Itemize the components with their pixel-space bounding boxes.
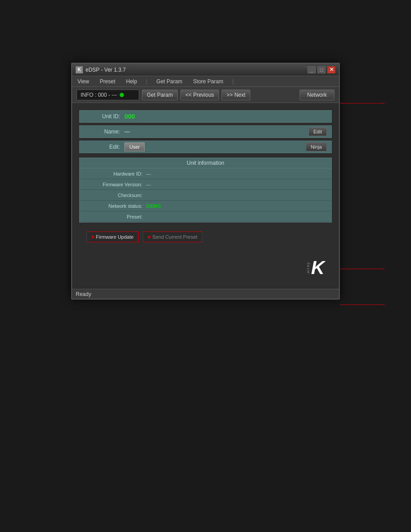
unit-info-box: Unit information Hardware ID: --- Firmwa…: [79, 158, 332, 223]
info-box: INFO : 000 - ---: [77, 90, 139, 100]
name-row: Name: --- Edit: [79, 125, 332, 138]
maximize-button[interactable]: □: [317, 66, 325, 73]
menu-store-param[interactable]: Store Param: [191, 77, 225, 86]
unit-id-value: 000: [124, 113, 327, 120]
app-icon: K: [76, 66, 83, 73]
network-button[interactable]: Network: [300, 90, 334, 100]
edit-label: Edit:: [84, 144, 120, 150]
window-title: eDSP - Ver 1.3.7: [86, 67, 126, 73]
name-label: Name:: [84, 129, 120, 135]
bottom-area: Firmware Update Send Current Preset: [79, 223, 332, 249]
preset-label: Preset:: [84, 214, 142, 219]
logo-area: array K: [79, 249, 332, 282]
get-param-button[interactable]: Get Param: [142, 90, 178, 100]
status-text: Ready: [76, 291, 91, 297]
close-button[interactable]: ✕: [327, 66, 335, 73]
firmware-update-button[interactable]: Firmware Update: [86, 232, 138, 242]
window-controls: _ □ ✕: [308, 66, 335, 73]
status-led: [120, 93, 124, 97]
menu-sep-1: |: [146, 78, 147, 85]
menu-bar: View Preset Help | Get Param Store Param…: [72, 76, 339, 87]
brand-logo: array K: [306, 258, 325, 277]
status-bar: Ready: [72, 289, 339, 299]
network-status-value: DEMO: [146, 203, 327, 209]
title-bar-left: K eDSP - Ver 1.3.7: [76, 66, 126, 73]
edit-row: Edit: User Ninja: [79, 141, 332, 153]
previous-button[interactable]: << Previous: [180, 90, 219, 100]
checksum-label: Checksum:: [84, 193, 142, 198]
name-value: ---: [124, 129, 308, 135]
hardware-id-row: Hardware ID: ---: [80, 168, 331, 179]
annotation-line-2: [340, 269, 385, 269]
send-preset-button[interactable]: Send Current Preset: [143, 232, 202, 242]
firmware-version-row: Firmware Version: ---: [80, 179, 331, 190]
firmware-version-value: ---: [146, 182, 327, 187]
logo-k-text: K: [311, 258, 325, 277]
main-content: Unit ID: 000 Name: --- Edit Edit: User N…: [72, 103, 339, 289]
next-button[interactable]: >> Next: [222, 90, 250, 100]
menu-sep-2: |: [232, 78, 234, 85]
firmware-version-label: Firmware Version:: [84, 182, 142, 187]
menu-view[interactable]: View: [76, 77, 91, 86]
network-status-row: Network status: DEMO: [80, 201, 331, 211]
user-button[interactable]: User: [124, 142, 145, 151]
title-bar: K eDSP - Ver 1.3.7 _ □ ✕: [72, 64, 339, 76]
network-status-label: Network status:: [84, 203, 142, 209]
checksum-row: Checksum:: [80, 190, 331, 201]
logo-array-text: array: [306, 262, 310, 274]
preset-row: Preset:: [80, 211, 331, 222]
unit-info-header: Unit information: [80, 158, 331, 168]
toolbar: INFO : 000 - --- Get Param << Previous >…: [72, 87, 339, 103]
info-text: INFO : 000 - ---: [81, 92, 117, 98]
edit-button[interactable]: Edit: [308, 127, 327, 136]
menu-preset[interactable]: Preset: [98, 77, 117, 86]
minimize-button[interactable]: _: [308, 66, 316, 73]
unit-id-label: Unit ID:: [84, 113, 120, 120]
annotation-line-3: [340, 305, 385, 305]
hardware-id-value: ---: [146, 171, 327, 176]
menu-get-param[interactable]: Get Param: [154, 77, 184, 86]
unit-id-row: Unit ID: 000: [79, 110, 332, 123]
hardware-id-label: Hardware ID:: [84, 171, 142, 176]
ninja-button[interactable]: Ninja: [306, 142, 327, 151]
main-window: K eDSP - Ver 1.3.7 _ □ ✕ View Preset Hel…: [71, 63, 340, 300]
annotation-line-1: [340, 103, 385, 103]
menu-help[interactable]: Help: [124, 77, 139, 86]
